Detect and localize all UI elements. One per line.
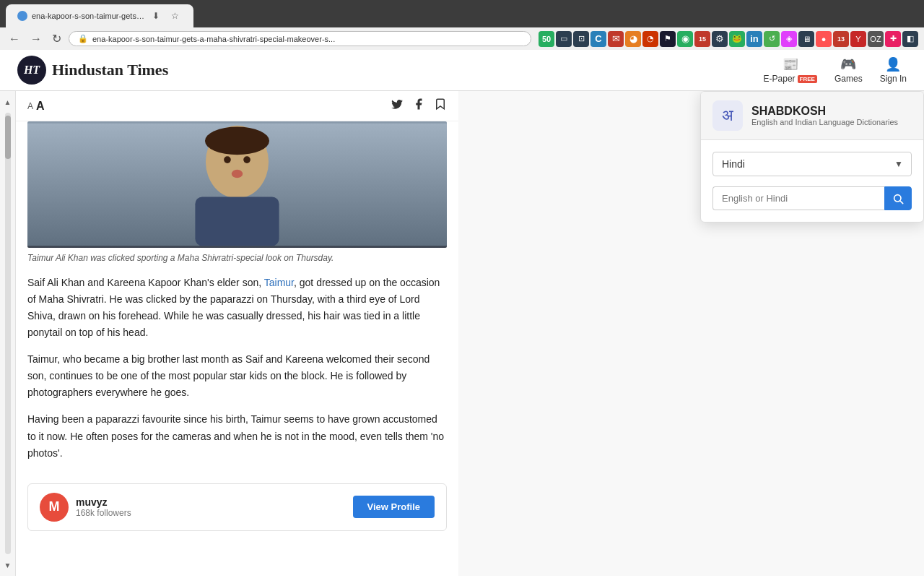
ext-icon-13[interactable]: in [746, 31, 762, 47]
ext-icon-19[interactable]: Y [850, 31, 866, 47]
article-image [27, 121, 447, 248]
ext-icon-4[interactable]: C [590, 31, 606, 47]
ext-icon-22[interactable]: ◧ [902, 31, 918, 47]
right-area: अ SHABDKOSH English and Indian Language … [458, 91, 924, 576]
games-label: Games [834, 74, 863, 84]
ext-icon-1[interactable]: 50 [539, 31, 554, 47]
epaper-label: E-Paper [764, 74, 796, 84]
scroll-track [5, 113, 11, 554]
avatar: M [40, 493, 69, 522]
site-logo[interactable]: HT Hindustan Times [17, 56, 168, 85]
ext-icon-15[interactable]: ◈ [781, 31, 797, 47]
ext-icon-11[interactable]: ⚙ [712, 31, 728, 47]
social-card: M muvyz 168k followers View Profile [27, 483, 447, 531]
language-selector-wrapper: Hindi Bengali Gujarati Kannada Malayalam… [712, 152, 912, 176]
ext-icon-8[interactable]: ⚑ [660, 31, 676, 47]
search-row [712, 186, 912, 210]
ext-icon-12[interactable]: 🐸 [729, 31, 745, 47]
logo-icon: HT [17, 56, 46, 85]
scroll-thumb[interactable] [5, 116, 11, 159]
twitter-share-button[interactable] [391, 98, 404, 114]
font-controls: A A [27, 100, 45, 113]
svg-point-4 [243, 156, 250, 163]
tab-favicon [17, 11, 27, 21]
social-followers: 168k followers [76, 508, 131, 518]
ext-icon-21[interactable]: ✚ [885, 31, 901, 47]
shabdkosh-popup: अ SHABDKOSH English and Indian Language … [700, 91, 924, 223]
caption-text: Taimur Ali Khan was clicked sporting a M… [27, 253, 334, 263]
svg-rect-6 [195, 197, 279, 246]
signin-label: Sign In [880, 74, 907, 84]
language-selector[interactable]: Hindi Bengali Gujarati Kannada Malayalam… [712, 152, 912, 176]
social-share-icons [391, 97, 447, 115]
svg-point-5 [232, 170, 243, 178]
search-icon [892, 193, 904, 204]
shabdkosh-title-area: SHABDKOSH English and Indian Language Di… [751, 105, 898, 126]
address-bar-row: ← → ↻ 🔒 ena-kapoor-s-son-taimur-gets-a-m… [0, 27, 924, 50]
ext-icon-9[interactable]: ◉ [677, 31, 693, 47]
signin-icon: 👤 [885, 56, 901, 72]
ext-icon-17[interactable]: ● [816, 31, 832, 47]
tab-star-icon[interactable]: ☆ [167, 9, 182, 23]
scroll-up[interactable]: ▲ [1, 97, 15, 107]
ext-icon-5[interactable]: ✉ [608, 31, 624, 47]
shabdkosh-logo-icon: अ [712, 100, 743, 131]
ext-icon-16[interactable]: 🖥 [798, 31, 814, 47]
back-button[interactable]: ← [6, 31, 23, 47]
scroll-down[interactable]: ▼ [1, 560, 15, 570]
social-card-info: M muvyz 168k followers [40, 493, 131, 522]
svg-line-8 [900, 201, 903, 204]
dictionary-search-input[interactable] [712, 186, 884, 210]
site-header: HT Hindustan Times 📰 E-Paper FREE 🎮 Game… [0, 50, 924, 91]
ext-icon-14[interactable]: ↺ [764, 31, 780, 47]
left-sidebar: ▲ ▼ [0, 91, 16, 576]
view-profile-button[interactable]: View Profile [353, 496, 435, 518]
ext-icon-2[interactable]: ▭ [556, 31, 572, 47]
social-username: muvyz [76, 496, 131, 508]
bookmark-button[interactable] [434, 97, 447, 115]
avatar-letter: M [49, 499, 60, 514]
url-text: ena-kapoor-s-son-taimur-gets-a-maha-shiv… [92, 35, 522, 43]
shabdkosh-icon-char: अ [722, 106, 733, 125]
browser-chrome: ena-kapoor-s-son-taimur-gets-a-maha-shiv… [0, 0, 924, 50]
article-toolbar: A A [16, 91, 458, 121]
ext-icon-6[interactable]: ◕ [625, 31, 641, 47]
ext-icon-3[interactable]: ⊡ [573, 31, 589, 47]
dictionary-search-button[interactable] [884, 186, 912, 210]
ext-icon-20[interactable]: OZ [868, 31, 884, 47]
games-icon: 🎮 [840, 56, 856, 72]
address-bar[interactable]: 🔒 ena-kapoor-s-son-taimur-gets-a-maha-sh… [69, 31, 531, 46]
svg-point-2 [205, 127, 269, 155]
logo-monogram: HT [24, 64, 40, 77]
tab-title: ena-kapoor-s-son-taimur-gets-a-maha-shiv… [32, 12, 144, 20]
shabdkosh-header: अ SHABDKOSH English and Indian Language … [701, 92, 923, 140]
article-para-3: Having been a paparazzi favourite since … [27, 411, 447, 461]
font-decrease-button[interactable]: A [27, 101, 33, 111]
reload-button[interactable]: ↻ [49, 30, 64, 47]
svg-point-3 [224, 156, 231, 163]
epaper-badge: FREE [798, 75, 817, 83]
article-image-svg [27, 121, 447, 248]
article-area: ▲ ▼ A A [0, 91, 924, 576]
logo-text: Hindustan Times [52, 61, 168, 79]
header-nav: 📰 E-Paper FREE 🎮 Games 👤 Sign In [764, 56, 907, 84]
ext-icon-10[interactable]: 15 [694, 31, 710, 47]
forward-button[interactable]: → [27, 31, 45, 47]
games-nav[interactable]: 🎮 Games [834, 56, 863, 84]
ext-icon-7[interactable]: ◔ [642, 31, 658, 47]
active-tab[interactable]: ena-kapoor-s-son-taimur-gets-a-maha-shiv… [6, 4, 193, 27]
extension-icons: 50 ▭ ⊡ C ✉ ◕ ◔ ⚑ ◉ 15 ⚙ 🐸 in ↺ ◈ 🖥 ● 13 … [539, 31, 918, 47]
article-para-2: Taimur, who became a big brother last mo… [27, 351, 447, 401]
shabdkosh-title: SHABDKOSH [751, 105, 898, 118]
article-para-1: Saif Ali Khan and Kareena Kapoor Khan's … [27, 275, 447, 341]
tab-download-icon[interactable]: ⬇ [149, 9, 163, 23]
ext-icon-18[interactable]: 13 [833, 31, 849, 47]
epaper-nav[interactable]: 📰 E-Paper FREE [764, 56, 817, 84]
shabdkosh-subtitle: English and Indian Language Dictionaries [751, 118, 898, 126]
facebook-share-button[interactable] [412, 98, 425, 114]
font-increase-button[interactable]: A [36, 100, 45, 113]
signin-nav[interactable]: 👤 Sign In [880, 56, 907, 84]
image-caption: Taimur Ali Khan was clicked sporting a M… [16, 248, 458, 269]
tab-row: ena-kapoor-s-son-taimur-gets-a-maha-shiv… [0, 0, 924, 27]
taimur-link[interactable]: Taimur [264, 277, 294, 288]
